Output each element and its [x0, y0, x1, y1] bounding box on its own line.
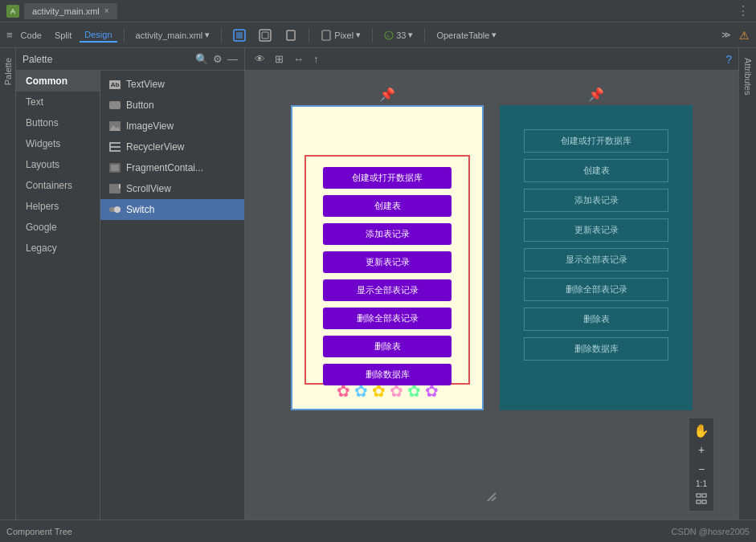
imageview-icon: [108, 120, 121, 132]
category-buttons[interactable]: Buttons: [16, 112, 100, 133]
fragment-icon: [108, 161, 121, 174]
btn-update-record[interactable]: 更新表记录: [323, 251, 452, 273]
main-toolbar: ≡ Code Split Design activity_main.xml ▾ …: [0, 22, 756, 48]
palette-item-scrollview[interactable]: ScrollView: [100, 178, 244, 199]
app-icon: A: [6, 5, 19, 18]
more-icon: ≫: [721, 30, 731, 40]
right-panel: Attributes: [738, 48, 756, 520]
api-selector-button[interactable]: A 33 ▾: [379, 28, 418, 42]
up-arrow-button[interactable]: ↑: [310, 51, 322, 67]
grid-tool-button[interactable]: ⊞: [272, 51, 287, 67]
svg-rect-11: [109, 142, 121, 144]
svg-rect-21: [697, 494, 701, 497]
category-layouts[interactable]: Layouts: [16, 154, 100, 175]
category-legacy[interactable]: Legacy: [16, 238, 100, 259]
svg-rect-12: [109, 146, 121, 148]
canvas-area: 👁 ⊞ ↔ ↑ ? 📌 创建或打开数据库 创建表 添加表记录 更新表记录 显示全…: [245, 48, 738, 520]
category-containers[interactable]: Containers: [16, 175, 100, 196]
dark-btn-delete-table[interactable]: 删除表: [524, 308, 668, 331]
dark-btn-create-db[interactable]: 创建或打开数据库: [524, 129, 668, 153]
palette-item-fragment[interactable]: FragmentContai...: [100, 157, 244, 178]
btn-create-db[interactable]: 创建或打开数据库: [323, 167, 452, 189]
dark-btn-create-table[interactable]: 创建表: [524, 159, 668, 182]
device-selector-button[interactable]: Pixel ▾: [316, 28, 366, 43]
palette-categories: Common Text Buttons Widgets Layouts Cont…: [16, 71, 100, 520]
eye-tool-button[interactable]: 👁: [251, 51, 268, 67]
code-mode-button[interactable]: Code: [16, 29, 47, 42]
file-tab[interactable]: activity_main.xml ×: [24, 3, 117, 19]
scrollview-label: ScrollView: [126, 183, 171, 194]
resize-handle[interactable]: [484, 489, 500, 507]
status-bar: Component Tree CSDN @hosre2005: [0, 520, 756, 542]
svg-rect-16: [111, 165, 119, 171]
palette-search-button[interactable]: 🔍: [195, 53, 208, 65]
hamburger-icon[interactable]: ≡: [6, 29, 13, 41]
more-options-icon[interactable]: ⋮: [737, 3, 750, 18]
svg-text:A: A: [386, 34, 390, 39]
palette-item-switch[interactable]: Switch: [100, 199, 244, 220]
phone-buttons-dark: 创建或打开数据库 创建表 添加表记录 更新表记录 显示全部表记录 删除全部表记录…: [524, 129, 668, 361]
palette-items-list: Ab TextView Button ImageView: [100, 71, 244, 520]
design-surface-icon[interactable]: [228, 27, 251, 43]
dark-btn-delete-db[interactable]: 删除数据库: [524, 337, 668, 361]
attributes-tab-label[interactable]: Attributes: [742, 55, 754, 98]
svg-rect-4: [287, 31, 295, 40]
zoom-in-button[interactable]: +: [693, 441, 710, 458]
textview-icon: Ab: [108, 78, 121, 91]
svg-rect-24: [702, 500, 706, 503]
dark-btn-add-record[interactable]: 添加表记录: [524, 189, 668, 212]
btn-add-record[interactable]: 添加表记录: [323, 223, 452, 245]
hand-tool-button[interactable]: ✋: [693, 422, 710, 439]
orientation-icon[interactable]: [280, 27, 302, 43]
category-text[interactable]: Text: [16, 92, 100, 112]
btn-delete-table[interactable]: 删除表: [323, 336, 452, 357]
palette-minimize-button[interactable]: —: [227, 53, 238, 65]
pin-icon-left: 📌: [379, 87, 395, 102]
palette-item-imageview[interactable]: ImageView: [100, 116, 244, 137]
split-mode-button[interactable]: Split: [50, 29, 76, 42]
warning-icon: ⚠: [739, 29, 750, 42]
api-svg: A: [384, 31, 394, 40]
btn-delete-all[interactable]: 删除全部表记录: [323, 308, 452, 329]
recyclerview-icon: [108, 141, 121, 153]
surface-svg: [233, 29, 246, 42]
horizontal-arrow-button[interactable]: ↔: [290, 51, 307, 67]
phone-frame-dark: 创建或打开数据库 创建表 添加表记录 更新表记录 显示全部表记录 删除全部表记录…: [500, 105, 693, 410]
category-widgets[interactable]: Widgets: [16, 133, 100, 154]
svg-rect-22: [702, 494, 706, 497]
btn-show-all[interactable]: 显示全部表记录: [323, 279, 452, 301]
blueprint-icon[interactable]: [254, 27, 276, 43]
file-tab-label: activity_main.xml: [32, 6, 100, 16]
category-helpers[interactable]: Helpers: [16, 196, 100, 217]
device-dropdown-icon: ▾: [356, 30, 361, 40]
dark-btn-show-all[interactable]: 显示全部表记录: [524, 248, 668, 271]
palette-item-textview[interactable]: Ab TextView: [100, 74, 244, 95]
category-common[interactable]: Common: [16, 71, 100, 92]
palette-tab-label[interactable]: Palette: [2, 55, 14, 88]
theme-selector-button[interactable]: OperateTable ▾: [431, 28, 501, 42]
palette-settings-button[interactable]: ⚙: [213, 53, 223, 65]
category-google[interactable]: Google: [16, 217, 100, 238]
file-dropdown-icon: ▾: [205, 30, 210, 40]
help-icon[interactable]: ?: [725, 53, 732, 66]
api-dropdown-icon: ▾: [408, 30, 413, 40]
close-tab-button[interactable]: ×: [104, 6, 109, 15]
orientation-svg: [284, 29, 297, 42]
palette-item-button[interactable]: Button: [100, 95, 244, 116]
palette-toolbar-icons: 🔍 ⚙ —: [195, 53, 238, 65]
fit-screen-button[interactable]: [693, 490, 710, 507]
file-selector-button[interactable]: activity_main.xml ▾: [131, 28, 215, 42]
svg-rect-8: [109, 101, 121, 109]
dark-btn-update-record[interactable]: 更新表记录: [524, 218, 668, 242]
svg-rect-1: [236, 32, 243, 39]
zoom-out-button[interactable]: −: [693, 460, 710, 478]
theme-label: OperateTable: [436, 31, 489, 40]
left-side-tab: Palette: [0, 48, 16, 520]
palette-item-recyclerview[interactable]: RecyclerView: [100, 137, 244, 157]
component-tree-tab[interactable]: Component Tree: [6, 527, 72, 536]
phone-preview-light: 📌 创建或打开数据库 创建表 添加表记录 更新表记录 显示全部表记录 删除全部表…: [291, 87, 484, 410]
more-options-button[interactable]: ≫: [717, 28, 736, 42]
btn-create-table[interactable]: 创建表: [323, 195, 452, 217]
dark-btn-delete-all[interactable]: 删除全部表记录: [524, 278, 668, 301]
design-mode-button[interactable]: Design: [80, 28, 116, 43]
